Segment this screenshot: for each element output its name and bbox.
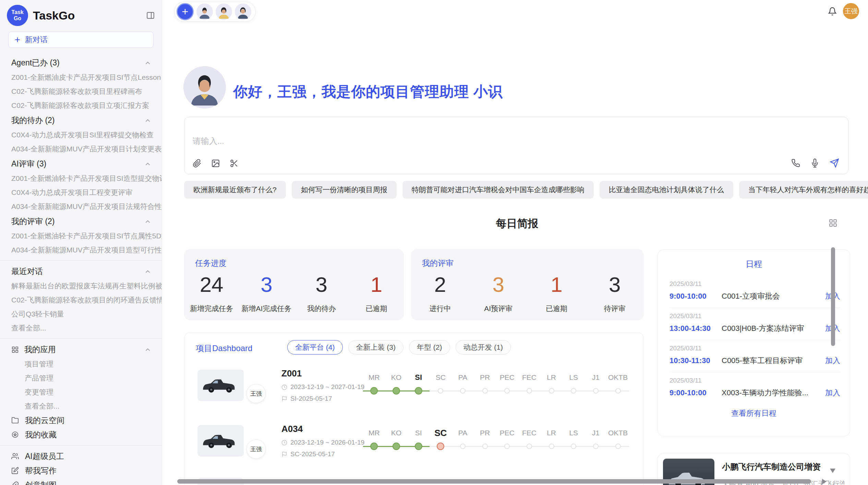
section-header-ai-review[interactable]: AI评审 (3) (0, 157, 162, 171)
section-header-agent-done[interactable]: Agent已办 (3) (0, 55, 162, 70)
schedule-item: 2025/03/11 13:00-14:30 C003|H0B-方案冻结评审 加… (670, 308, 840, 340)
tab-new-platform[interactable]: 全新平台 (4) (287, 340, 343, 355)
conversation-item[interactable]: 公司Q3轻卡销量 (0, 307, 162, 321)
horizontal-scrollbar[interactable] (177, 479, 811, 484)
milestone-dot (549, 444, 554, 449)
app-window: Task Go TaskGo 新对话 Agent已办 (3) Z001-全新燃油… (0, 0, 868, 485)
chevron-up-icon (144, 268, 152, 275)
milestone-j1: J1 (585, 372, 607, 400)
clock-icon (281, 440, 287, 446)
section-header-my-todo[interactable]: 我的待办 (2) (0, 113, 162, 128)
schedule-date: 2025/03/11 (670, 280, 840, 288)
chevron-up-icon (144, 117, 152, 124)
section-header-recent-chats[interactable]: 最近对话 (0, 264, 162, 279)
milestone-dot (460, 388, 466, 394)
milestone-ko: KO (385, 428, 408, 455)
quill-icon (11, 481, 19, 485)
project-row[interactable]: 王强 Z001 2023-12-19 ~ 2027-01-19 SI-2025-… (184, 368, 643, 422)
join-link[interactable]: 加入 (825, 356, 840, 366)
notifications-bell-icon[interactable] (828, 7, 837, 16)
star-circle-icon (11, 431, 19, 438)
avatar[interactable] (216, 3, 232, 20)
sidebar-item-help-me-write[interactable]: 帮我写作 (0, 463, 162, 478)
conversation-item[interactable]: Z001-全新燃油皮卡产品开发项目SI节点Lesson Learn报告 (0, 70, 162, 84)
vertical-scrollbar[interactable] (831, 247, 835, 346)
conversation-item[interactable]: A034-全新新能源MUV产品开发项目法规符合性评审 (0, 199, 162, 213)
layout-grid-icon[interactable] (829, 219, 837, 227)
conversation-item[interactable]: C02-飞腾新能源轻客改款项目立项汇报方案 (0, 98, 162, 112)
conversation-item[interactable]: C0X4-动力总成开发项目SI里程碑提交物检查 (0, 128, 162, 142)
project-dashboard-card: 项目Dashboard 全新平台 (4) 全新上装 (3) 年型 (2) 动总开… (184, 332, 644, 485)
conversation-item[interactable]: C02-飞腾新能源轻客改款项目里程碑画布 (0, 84, 162, 98)
milestone-dot (504, 388, 510, 394)
milestone-label: PA (452, 428, 474, 438)
join-link[interactable]: 加入 (825, 388, 840, 398)
scissors-icon[interactable] (230, 159, 239, 168)
view-all-apps-link[interactable]: 查看全部... (0, 399, 162, 413)
project-row[interactable]: 王强 A034 2023-12-19 ~ 2026-01-19 SC-2025-… (184, 424, 643, 477)
collapse-sidebar-icon[interactable] (146, 11, 155, 20)
image-icon[interactable] (211, 159, 220, 168)
sidebar-item-cloud-space[interactable]: 我的云空间 (0, 413, 162, 427)
project-flag-milestone: SI-2025-05-17 (281, 395, 332, 402)
conversation-item[interactable]: A034-全新新能源MUV产品开发项目计划变更表编写 (0, 142, 162, 156)
stat: 3我的待办 (294, 274, 349, 313)
milestone-label: PR (474, 428, 496, 438)
tab-new-body[interactable]: 全新上装 (3) (348, 340, 404, 355)
user-avatar[interactable]: 王强 (843, 3, 859, 19)
suggestion-chip[interactable]: 欧洲新规最近颁布了什么? (184, 181, 286, 199)
attachment-icon[interactable] (193, 159, 202, 168)
send-icon[interactable] (830, 158, 839, 168)
avatar[interactable] (235, 3, 251, 20)
suggestion-chip[interactable]: 当下年轻人对汽车外观有怎样的喜好趋势 (739, 181, 868, 199)
milestone-label: J1 (585, 428, 607, 438)
conversation-item[interactable]: 解释最新出台的欧盟报废车法规再生塑料比例被调至15%... (0, 279, 162, 293)
stat: 1已逾期 (349, 274, 404, 313)
divider (0, 260, 162, 261)
conversation-item[interactable]: Z001-全新燃油轻卡产品开发项目SI造型提交物评审 (0, 171, 162, 185)
sidebar-item-ai-super-staff[interactable]: AI超级员工 (0, 449, 162, 463)
phone-call-icon[interactable] (791, 159, 800, 167)
section-header-my-review[interactable]: 我的评审 (2) (0, 214, 162, 229)
add-session-button[interactable] (177, 3, 194, 20)
sidebar-item-creative-drawing[interactable]: 创意制图 (0, 478, 162, 485)
view-all-chats-link[interactable]: 查看全部... (0, 321, 162, 335)
milestone-label: OKTB (607, 428, 629, 438)
milestone-dot (415, 387, 422, 395)
chevron-up-icon (144, 346, 152, 353)
sidebar-item-change-mgmt[interactable]: 变更管理 (0, 385, 162, 399)
chat-input[interactable] (192, 135, 740, 156)
suggestion-chip[interactable]: 如何写一份清晰的项目周报 (292, 181, 397, 199)
scroll-down-arrow-icon[interactable] (830, 469, 835, 473)
chevron-up-icon (144, 59, 152, 67)
sidebar-item-product-mgmt[interactable]: 产品管理 (0, 371, 162, 385)
conversation-item[interactable]: C02-飞腾新能源轻客改款项目的闭环通告反馈情况 (0, 293, 162, 307)
conversation-item[interactable]: Z001-全新燃油轻卡产品开发项目SI节点属性5D文件评审 (0, 229, 162, 243)
greeting-text: 你好，王强，我是你的项目管理助理 小识 (233, 82, 503, 101)
milestone-label: SC (430, 372, 452, 383)
sidebar-item-project-mgmt[interactable]: 项目管理 (0, 357, 162, 371)
section-header-my-apps[interactable]: 我的应用 (0, 342, 162, 357)
tab-year-model[interactable]: 年型 (2) (409, 340, 450, 355)
suggestion-chip[interactable]: 比亚迪全固态电池计划具体说了什么 (600, 181, 733, 199)
milestone-dot (393, 387, 400, 395)
milestone-dot (527, 444, 532, 449)
milestone-sc: SC (430, 428, 452, 455)
milestone-dot (549, 388, 554, 394)
milestone-dot (393, 443, 400, 450)
conversation-item[interactable]: A034-全新新能源MUV产品开发项目造型可行性评审 (0, 243, 162, 257)
conversation-item[interactable]: C0X4-动力总成开发项目工程变更评审 (0, 185, 162, 199)
view-all-schedule-link[interactable]: 查看所有日程 (658, 408, 850, 419)
scroll-right-arrow-icon[interactable] (822, 479, 827, 484)
tab-powertrain[interactable]: 动总开发 (1) (456, 340, 511, 355)
milestone-lr: LR (540, 372, 563, 400)
suggestion-chip[interactable]: 特朗普可能对进口汽车增税会对中国车企造成哪些影响 (402, 181, 594, 199)
microphone-icon[interactable] (810, 159, 819, 167)
avatar[interactable] (196, 3, 213, 20)
users-icon (11, 452, 19, 460)
new-chat-button[interactable]: 新对话 (8, 32, 154, 48)
milestone-dot (460, 444, 466, 449)
milestone-oktb: OKTB (607, 428, 629, 455)
sidebar-item-favorites[interactable]: 我的收藏 (0, 427, 162, 442)
card-title: 任务进度 (195, 258, 227, 269)
